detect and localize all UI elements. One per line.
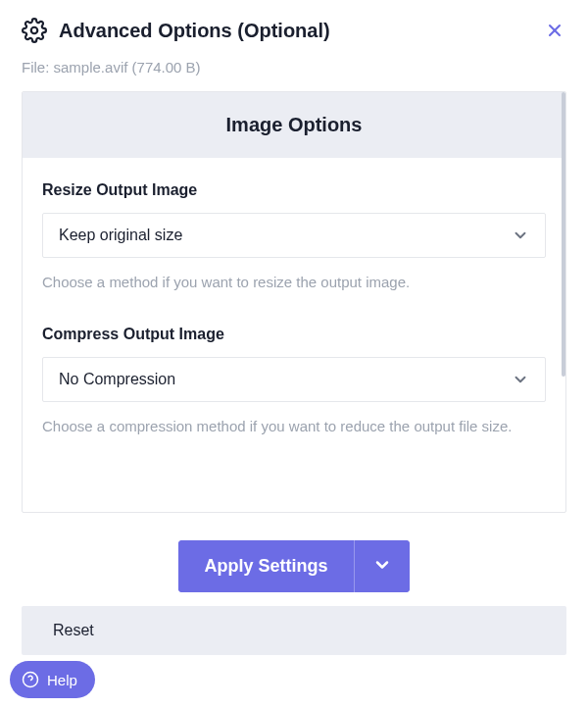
chevron-down-icon (512, 227, 529, 244)
apply-button-group: Apply Settings (178, 540, 409, 592)
resize-select[interactable]: Keep original size (42, 213, 546, 258)
reset-button[interactable]: Reset (22, 606, 566, 655)
advanced-options-modal: Advanced Options (Optional) File: sample… (0, 0, 588, 708)
scrollbar[interactable] (562, 92, 565, 377)
file-name: sample.avif (54, 59, 128, 76)
gear-icon (22, 18, 47, 43)
apply-row: Apply Settings (22, 540, 566, 592)
help-widget-button[interactable]: Help (10, 661, 95, 698)
modal-footer: Apply Settings Reset (22, 513, 566, 655)
chevron-down-icon (512, 371, 529, 388)
close-icon[interactable] (543, 19, 566, 42)
compress-help: Choose a compression method if you want … (42, 416, 546, 438)
file-label: File: (22, 59, 49, 76)
compress-select-value: No Compression (59, 371, 175, 388)
modal-title: Advanced Options (Optional) (59, 20, 330, 42)
section-body: Resize Output Image Keep original size C… (23, 158, 565, 492)
header-left: Advanced Options (Optional) (22, 18, 330, 43)
compress-field: Compress Output Image No Compression Cho… (42, 326, 546, 438)
resize-label: Resize Output Image (42, 181, 546, 199)
resize-help: Choose a method if you want to resize th… (42, 272, 546, 294)
section-header: Image Options (23, 92, 565, 158)
options-panel: Image Options Resize Output Image Keep o… (22, 91, 566, 513)
compress-label: Compress Output Image (42, 326, 546, 343)
section-title: Image Options (23, 114, 565, 136)
compress-select[interactable]: No Compression (42, 357, 546, 402)
modal-header: Advanced Options (Optional) (22, 18, 566, 43)
file-info: File: sample.avif (774.00 B) (22, 59, 566, 76)
chevron-down-icon (372, 555, 392, 578)
help-icon (22, 671, 39, 688)
apply-settings-button[interactable]: Apply Settings (178, 540, 353, 592)
resize-field: Resize Output Image Keep original size C… (42, 181, 546, 294)
file-size: (774.00 B) (132, 59, 201, 76)
apply-split-button[interactable] (354, 540, 410, 592)
help-label: Help (47, 672, 77, 688)
resize-select-value: Keep original size (59, 227, 182, 244)
svg-point-0 (31, 27, 38, 34)
